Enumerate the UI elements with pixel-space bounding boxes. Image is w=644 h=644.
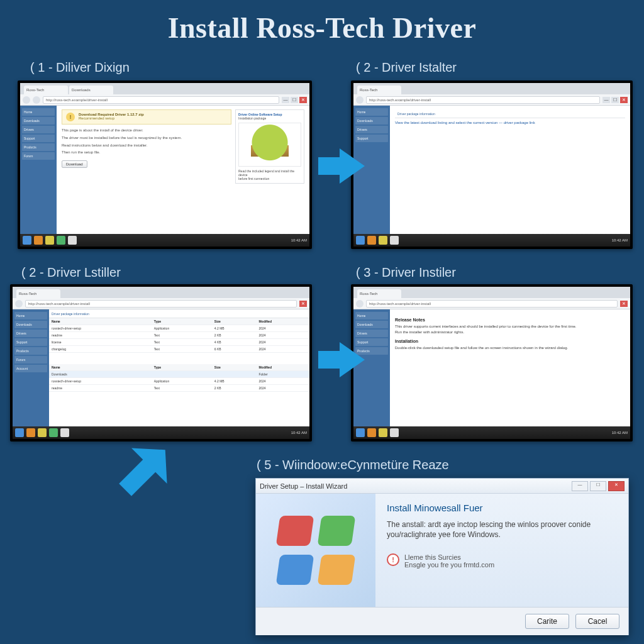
sidebar-item[interactable]: Home	[355, 108, 388, 116]
taskbar-clock: 10:42 AM	[291, 431, 307, 435]
download-button[interactable]: Download	[62, 160, 87, 168]
taskbar-app-icon[interactable]	[379, 428, 387, 437]
back-icon[interactable]	[15, 300, 23, 308]
flow-arrow-icon	[340, 148, 365, 184]
browser-tab[interactable]: Ross-Tech	[357, 289, 401, 298]
browser-tab[interactable]: Ross-Tech	[357, 86, 401, 94]
taskbar-app-icon[interactable]	[367, 236, 376, 245]
windows-logo-icon	[278, 516, 353, 585]
address-bar[interactable]: http://ross-tech.example/driver-install	[25, 300, 297, 308]
back-icon[interactable]	[23, 96, 30, 104]
sidebar-item[interactable]: Home	[22, 108, 55, 116]
browser-tab[interactable]: Downloads	[69, 86, 113, 94]
file-listing-table: NameTypeSizeModified rosstech-driver-set…	[49, 318, 309, 353]
taskbar-clock: 10:42 AM	[612, 431, 628, 435]
sidebar-item[interactable]: Drivers	[22, 126, 55, 133]
sidebar-item[interactable]: Downloads	[14, 321, 47, 328]
product-illustration	[238, 123, 301, 167]
table-row[interactable]: licenseText4 KB2024	[49, 339, 309, 346]
card-footer-text: Read the included legend and install the…	[238, 169, 301, 177]
address-bar[interactable]: http://ross-tech.example/driver-install	[43, 96, 279, 104]
continue-button[interactable]: Carite	[525, 614, 569, 629]
start-icon[interactable]	[356, 236, 365, 245]
taskbar-app-icon[interactable]	[379, 236, 387, 245]
browser-tab[interactable]: Ross-Tech	[16, 289, 60, 298]
taskbar-app-icon[interactable]	[367, 428, 376, 437]
taskbar-app-icon[interactable]	[49, 428, 58, 437]
taskbar-app-icon[interactable]	[45, 236, 54, 245]
dialog-sidebar-graphic	[256, 494, 375, 607]
window-maximize-icon[interactable]: ☐	[590, 481, 606, 491]
site-sidebar: Home Downloads Drivers Support Products …	[13, 309, 49, 426]
forward-icon[interactable]	[33, 96, 40, 104]
table-row[interactable]: readmeText2 KB2024	[49, 385, 309, 392]
back-icon[interactable]	[356, 300, 364, 308]
warning-line: Lleme this Surcies	[404, 553, 494, 561]
window-close-icon[interactable]: ✕	[608, 481, 625, 491]
alert-icon	[66, 113, 75, 121]
body-text: Run the installer with administrator rig…	[395, 330, 625, 335]
table-row[interactable]: readmeText2 KB2024	[49, 332, 309, 339]
start-icon[interactable]	[15, 428, 24, 437]
sidebar-item[interactable]: Products	[22, 143, 55, 151]
sidebar-item[interactable]: Products	[14, 347, 47, 355]
taskbar-app-icon[interactable]	[390, 428, 399, 437]
table-header-row: NameTypeSizeModified	[49, 318, 309, 325]
taskbar: 10:42 AM	[13, 426, 309, 439]
window-close-icon[interactable]: ✕	[620, 97, 628, 103]
sidebar-item[interactable]: Downloads	[355, 321, 388, 328]
window-minimize-icon[interactable]: —	[572, 481, 588, 491]
taskbar-app-icon[interactable]	[390, 236, 399, 245]
taskbar-app-icon[interactable]	[60, 428, 69, 437]
table-row[interactable]: DownloadsFolder	[49, 371, 309, 378]
notice-subtitle: Recommended setup	[79, 116, 144, 120]
sidebar-item[interactable]: Drivers	[355, 330, 388, 337]
sidebar-item[interactable]: Downloads	[355, 117, 388, 125]
back-icon[interactable]	[356, 96, 364, 104]
table-row[interactable]: rosstech-driver-setupApplication4.2 MB20…	[49, 378, 309, 385]
cancel-button[interactable]: Cacel	[575, 614, 619, 629]
site-sidebar: Home Downloads Drivers Support Products …	[20, 106, 57, 234]
taskbar-app-icon[interactable]	[57, 236, 65, 245]
start-icon[interactable]	[23, 236, 31, 245]
taskbar-app-icon[interactable]	[38, 428, 47, 437]
sidebar-item[interactable]: Home	[14, 312, 47, 319]
sidebar-item[interactable]: Support	[355, 135, 388, 142]
window-maximize-icon[interactable]: ☐	[611, 97, 619, 103]
warning-line: Ensgle you fre you frmtd.com	[404, 561, 494, 569]
table-row[interactable]: changelogText6 KB2024	[49, 346, 309, 353]
step-1-label: ( 1 - Diliver Dixign	[30, 60, 130, 75]
window-minimize-icon[interactable]: —	[282, 97, 289, 103]
start-icon[interactable]	[356, 428, 365, 437]
taskbar-app-icon[interactable]	[34, 236, 43, 245]
step-2a-label: ( 2 - Driver Istalter	[356, 60, 457, 75]
browser-tab[interactable]: Ross-Tech	[24, 86, 68, 94]
taskbar-app-icon[interactable]	[68, 236, 77, 245]
download-link-line[interactable]: View the latest download listing and sel…	[395, 121, 625, 126]
card-footer-text: before first connection	[238, 177, 301, 180]
table-row[interactable]: rosstech-driver-setupApplication4.2 MB20…	[49, 325, 309, 332]
page-toolbar: Driver package information	[395, 109, 625, 118]
address-bar[interactable]: http://ross-tech.example/driver-install	[366, 300, 618, 308]
sidebar-item[interactable]: Drivers	[355, 126, 388, 133]
sidebar-item[interactable]: Home	[355, 312, 388, 319]
taskbar-clock: 10:42 AM	[291, 238, 307, 242]
download-notice: Download Required Driver 1.12.7 zip Reco…	[62, 109, 231, 125]
address-bar[interactable]: http://ross-tech.example/driver-install	[366, 96, 600, 104]
sidebar-item[interactable]: Drivers	[14, 330, 47, 337]
taskbar-app-icon[interactable]	[26, 428, 35, 437]
sidebar-item[interactable]: Support	[22, 135, 55, 142]
sidebar-item[interactable]: Support	[14, 338, 47, 346]
window-minimize-icon[interactable]: —	[602, 97, 610, 103]
window-close-icon[interactable]: ✕	[299, 301, 307, 307]
window-close-icon[interactable]: ✕	[620, 301, 628, 307]
dialog-heading: Install Minowesall Fuer	[387, 502, 617, 513]
sidebar-item[interactable]: Downloads	[22, 117, 55, 125]
sidebar-item[interactable]: Account	[14, 365, 47, 372]
sidebar-item[interactable]: Forum	[22, 152, 55, 160]
window-maximize-icon[interactable]: ☐	[291, 97, 298, 103]
dialog-title: Driver Setup – Install Wizard	[260, 482, 347, 490]
sidebar-item[interactable]: Forum	[14, 356, 47, 364]
step-2a-screenshot: Ross-Tech http://ross-tech.example/drive…	[351, 80, 633, 249]
window-close-icon[interactable]: ✕	[299, 97, 307, 103]
